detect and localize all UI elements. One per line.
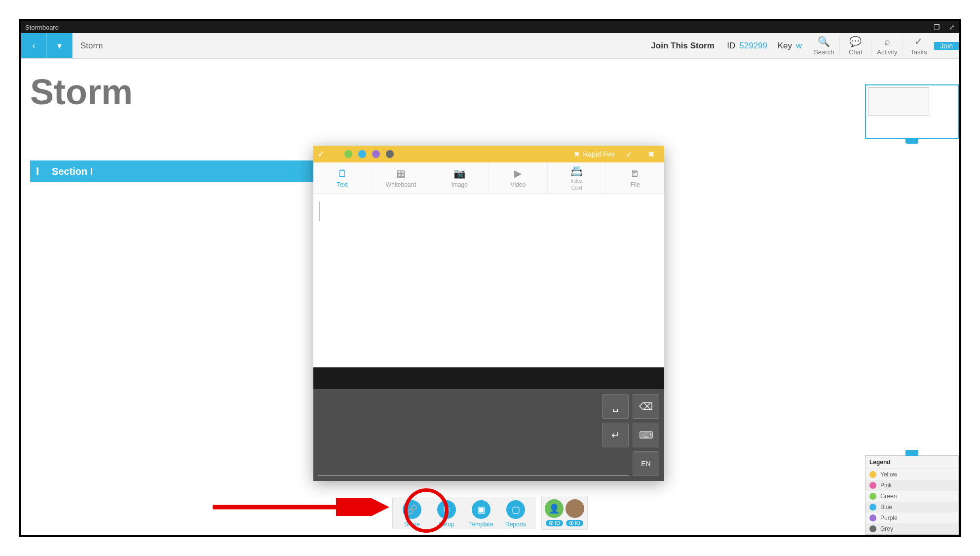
tab-whiteboard[interactable]: ▦Whiteboard bbox=[372, 162, 431, 193]
dock-people[interactable]: 👤 ⦿ IO ⦿ IO bbox=[541, 496, 588, 530]
legend-dot bbox=[869, 525, 876, 532]
editor-textarea[interactable] bbox=[313, 194, 664, 367]
image-icon: 📷 bbox=[453, 167, 466, 179]
indexcard-icon: 📇 bbox=[570, 165, 583, 177]
bottom-dock: 🔗 Share ✂ Setup ▣ Template ▢ Reports bbox=[392, 496, 588, 530]
key-value[interactable]: w bbox=[796, 41, 802, 51]
legend-dot bbox=[869, 504, 876, 511]
confirm-button[interactable]: ✓ bbox=[621, 150, 637, 159]
dropdown-button[interactable]: ▾ bbox=[47, 33, 73, 58]
space-key[interactable]: ␣ bbox=[602, 394, 629, 419]
color-blue[interactable] bbox=[358, 150, 366, 158]
legend-item[interactable]: Blue bbox=[866, 502, 958, 513]
setup-button[interactable]: ✂ Setup bbox=[431, 500, 462, 528]
keyboard-input-line[interactable] bbox=[318, 458, 629, 476]
legend-dot bbox=[869, 493, 876, 500]
legend-label: Green bbox=[880, 493, 897, 500]
color-green[interactable] bbox=[344, 150, 352, 158]
back-button[interactable]: ‹ bbox=[21, 33, 47, 58]
minimap[interactable] bbox=[865, 84, 959, 139]
editor-suggestion-bar bbox=[313, 367, 664, 389]
id-value[interactable]: 529299 bbox=[739, 41, 767, 51]
share-icon: 🔗 bbox=[403, 500, 421, 519]
enter-key[interactable]: ↵ bbox=[602, 423, 629, 447]
search-button[interactable]: 🔍 Search bbox=[808, 36, 839, 56]
reports-button[interactable]: ▢ Reports bbox=[500, 500, 531, 528]
tab-image[interactable]: 📷Image bbox=[430, 162, 489, 193]
sticky-editor: ✓ ✖ Rapid Fire ✓ ✖ 🗒Text ▦Whiteboard 📷Im… bbox=[313, 146, 664, 481]
language-key[interactable]: EN bbox=[633, 451, 659, 476]
minimap-handle[interactable] bbox=[905, 138, 918, 144]
color-pink[interactable] bbox=[331, 150, 339, 158]
restore-icon[interactable]: ❐ bbox=[934, 23, 940, 31]
legend-label: Yellow bbox=[880, 471, 897, 478]
section-label: Section I bbox=[52, 166, 93, 177]
onscreen-keyboard: ␣ ⌫ ↵ ⌨ EN bbox=[313, 389, 664, 481]
legend-label: Blue bbox=[880, 504, 892, 511]
page-title: Storm bbox=[30, 72, 133, 112]
rapid-fire-toggle[interactable]: ✖ Rapid Fire bbox=[574, 150, 615, 158]
legend-title: Legend bbox=[866, 456, 958, 469]
text-icon: 🗒 bbox=[338, 168, 347, 179]
counter-2: ⦿ IO bbox=[566, 520, 583, 526]
legend-item[interactable]: Purple bbox=[866, 513, 958, 523]
presence-icon: 👤 bbox=[545, 499, 564, 518]
breadcrumb[interactable]: Storm bbox=[73, 33, 111, 58]
setup-icon: ✂ bbox=[437, 500, 456, 519]
window-titlebar: Stormboard ❐ ⤢ bbox=[21, 21, 959, 33]
keyboard-toggle-key[interactable]: ⌨ bbox=[633, 423, 659, 447]
close-button[interactable]: ✖ bbox=[643, 150, 659, 159]
activity-button[interactable]: ⌕ Activity bbox=[871, 36, 903, 56]
search-icon: 🔍 bbox=[818, 36, 830, 47]
template-icon: ▣ bbox=[472, 500, 490, 519]
reports-icon: ▢ bbox=[506, 500, 525, 519]
backspace-key[interactable]: ⌫ bbox=[633, 394, 659, 419]
tasks-icon: ✓ bbox=[914, 36, 923, 47]
tab-text[interactable]: 🗒Text bbox=[313, 162, 372, 193]
topbar: ‹ ▾ Storm Join This Storm ID 529299 Key … bbox=[21, 33, 959, 59]
id-label: ID bbox=[727, 41, 735, 51]
select-icon[interactable]: ✓ bbox=[317, 149, 325, 159]
legend-label: Grey bbox=[880, 525, 893, 532]
legend-item[interactable]: Green bbox=[866, 491, 958, 502]
chat-button[interactable]: 💬 Chat bbox=[839, 36, 871, 56]
key-label: Key bbox=[778, 41, 792, 51]
tab-file[interactable]: 🗎File bbox=[606, 162, 664, 193]
tasks-button[interactable]: ✓ Tasks bbox=[903, 36, 934, 56]
file-icon: 🗎 bbox=[630, 168, 640, 179]
text-cursor bbox=[319, 201, 320, 221]
share-button[interactable]: 🔗 Share bbox=[397, 500, 427, 528]
minimap-viewport[interactable] bbox=[868, 87, 929, 116]
counter-1: ⦿ IO bbox=[546, 520, 563, 526]
color-purple[interactable] bbox=[372, 150, 380, 158]
tab-video[interactable]: ▶Video bbox=[489, 162, 548, 193]
editor-toolbar: ✓ ✖ Rapid Fire ✓ ✖ bbox=[313, 146, 664, 162]
app-name: Stormboard bbox=[25, 24, 59, 31]
fullscreen-icon[interactable]: ⤢ bbox=[949, 23, 955, 31]
legend-handle[interactable] bbox=[905, 450, 918, 456]
whiteboard-icon: ▦ bbox=[396, 167, 406, 179]
color-grey[interactable] bbox=[386, 150, 394, 158]
legend-panel[interactable]: Legend YellowPinkGreenBluePurpleGrey bbox=[865, 455, 959, 535]
legend-item[interactable]: Yellow bbox=[866, 469, 958, 480]
join-info: Join This Storm ID 529299 Key w bbox=[651, 41, 808, 51]
legend-item[interactable]: Pink bbox=[866, 480, 958, 491]
join-this-storm-label[interactable]: Join This Storm bbox=[651, 41, 714, 51]
editor-tabs: 🗒Text ▦Whiteboard 📷Image ▶Video 📇IndexCa… bbox=[313, 162, 664, 194]
legend-dot bbox=[869, 482, 876, 489]
legend-dot bbox=[869, 471, 876, 478]
legend-dot bbox=[869, 515, 876, 521]
canvas[interactable]: Storm I Section I ✓ ✖ Rapid Fire ✓ ✖ bbox=[21, 59, 959, 535]
chat-icon: 💬 bbox=[849, 36, 862, 47]
tab-index-card[interactable]: 📇IndexCard bbox=[548, 162, 606, 193]
video-icon: ▶ bbox=[514, 167, 522, 179]
legend-item[interactable]: Grey bbox=[866, 523, 958, 534]
join-button[interactable]: Join bbox=[934, 42, 959, 50]
section-number: I bbox=[36, 165, 41, 178]
template-button[interactable]: ▣ Template bbox=[466, 500, 496, 528]
legend-label: Pink bbox=[880, 482, 892, 489]
avatar[interactable] bbox=[565, 499, 584, 518]
legend-label: Purple bbox=[880, 515, 898, 521]
annotation-arrow bbox=[213, 498, 390, 516]
dock-actions: 🔗 Share ✂ Setup ▣ Template ▢ Reports bbox=[392, 497, 535, 529]
